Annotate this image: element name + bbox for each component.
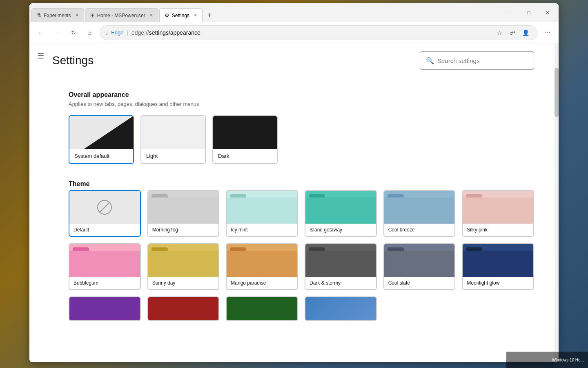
theme-icy-mint[interactable]: Icy mint — [226, 190, 298, 237]
dark-label: Dark — [213, 149, 277, 163]
theme-silky-pink-label: Silky pink — [463, 224, 533, 236]
theme-purple[interactable] — [69, 296, 141, 321]
theme-bubblegum-label: Bubblegum — [69, 277, 140, 289]
appearance-light[interactable]: Light — [140, 115, 206, 164]
tab-close-settings[interactable]: ✕ — [194, 13, 197, 18]
light-visual — [141, 116, 205, 149]
appearance-system-default[interactable]: System default — [69, 115, 134, 164]
tab-experiments[interactable]: ⚗ Experiments ✕ — [31, 8, 84, 22]
theme-cool-breeze-preview — [384, 191, 455, 224]
url-protocol: edge:// — [131, 29, 149, 36]
home-button[interactable]: ⌂ — [83, 26, 96, 39]
settings-tab-icon: ⚙ — [165, 12, 169, 18]
theme-mango-paradise-preview — [227, 244, 297, 277]
forward-button[interactable]: → — [51, 26, 64, 39]
theme-sunny-day-preview — [148, 244, 219, 277]
address-bar: ← → ↻ ⌂  Edge | edge://settings/appeara… — [29, 22, 559, 43]
theme-silky-pink-preview — [463, 191, 533, 224]
theme-morning-fog-preview — [148, 191, 219, 224]
settings-content: Settings 🔍 Overall appearance Applies to… — [52, 43, 559, 362]
menu-icon[interactable]: ☰ — [36, 50, 46, 62]
profile-icon[interactable]: 👤 — [520, 27, 531, 38]
favorites-icon[interactable]: ☆ — [494, 27, 505, 38]
theme-sunny-day[interactable]: Sunny day — [147, 243, 220, 290]
search-settings-input[interactable] — [437, 57, 528, 64]
theme-moonlight-glow-label: Moonlight glow — [463, 277, 533, 289]
theme-bubblegum-preview — [69, 244, 140, 277]
scrollbar-thumb[interactable] — [555, 68, 559, 117]
address-text: edge://settings/appearance — [131, 29, 490, 36]
theme-island-getaway[interactable]: Island getaway — [305, 190, 377, 237]
window-controls: — □ ✕ — [501, 3, 559, 22]
settings-header: Settings 🔍 — [52, 43, 559, 78]
url-path: settings/appearance — [149, 29, 200, 36]
theme-moonlight-glow-preview — [463, 244, 533, 277]
overall-appearance-title: Overall appearance — [69, 91, 534, 99]
taskbar-corner: Windows 10 Ho... — [506, 352, 588, 368]
more-options-button[interactable]: ··· — [541, 26, 554, 39]
new-tab-button[interactable]: + — [203, 9, 216, 21]
theme-cool-breeze[interactable]: Cool breeze — [383, 190, 456, 237]
light-preview — [141, 116, 205, 149]
title-bar: ⚗ Experiments ✕ ⊞ Home - MSPoweruser ✕ ⚙… — [29, 3, 559, 22]
back-button[interactable]: ← — [34, 26, 47, 39]
theme-bubblegum[interactable]: Bubblegum — [69, 243, 141, 290]
windows-label: Windows 10 Ho... — [552, 358, 584, 362]
theme-island-getaway-label: Island getaway — [305, 224, 376, 236]
theme-moonlight-glow[interactable]: Moonlight glow — [462, 243, 534, 290]
browser-content: ☰ Settings 🔍 Overall appearance Applies … — [29, 43, 559, 362]
overall-appearance-section: Overall appearance Applies to new tabs, … — [69, 91, 534, 164]
content-area: Overall appearance Applies to new tabs, … — [52, 78, 559, 334]
theme-photo[interactable] — [305, 296, 377, 321]
minimize-button[interactable]: — — [501, 6, 519, 19]
theme-section-title: Theme — [69, 180, 534, 188]
browser-window: ⚗ Experiments ✕ ⊞ Home - MSPoweruser ✕ ⚙… — [29, 3, 559, 362]
browser-name: Edge — [111, 29, 123, 36]
tab-settings[interactable]: ⚙ Settings ✕ — [159, 8, 203, 22]
search-settings-wrap[interactable]: 🔍 — [420, 52, 534, 70]
theme-icy-mint-preview — [227, 191, 297, 224]
system-default-visual — [69, 116, 133, 149]
theme-dark-stormy-preview — [305, 244, 376, 277]
theme-morning-fog[interactable]: Morning fog — [147, 190, 220, 237]
system-default-preview — [69, 116, 133, 149]
light-label: Light — [141, 149, 205, 163]
theme-cool-slate-label: Cool slate — [384, 277, 455, 289]
theme-green[interactable] — [226, 296, 298, 321]
collections-icon[interactable]: ☍ — [507, 27, 518, 38]
system-default-label: System default — [69, 149, 133, 163]
theme-default[interactable]: Default — [69, 190, 141, 237]
tab-close-home[interactable]: ✕ — [149, 13, 153, 18]
theme-default-preview — [69, 191, 140, 224]
theme-mango-paradise[interactable]: Mango paradise — [226, 243, 298, 290]
maximize-button[interactable]: □ — [519, 6, 538, 19]
sidebar-toggle: ☰ — [29, 43, 52, 362]
address-bar-input-wrap[interactable]:  Edge | edge://settings/appearance ☆ ☍ … — [100, 25, 537, 40]
dark-visual — [213, 116, 277, 149]
theme-icy-mint-label: Icy mint — [227, 224, 297, 236]
theme-silky-pink[interactable]: Silky pink — [462, 190, 534, 237]
experiments-tab-icon: ⚗ — [36, 12, 41, 18]
theme-cool-slate[interactable]: Cool slate — [383, 243, 456, 290]
theme-red[interactable] — [147, 296, 220, 321]
tab-home[interactable]: ⊞ Home - MSPoweruser ✕ — [85, 8, 158, 22]
scrollbar-track[interactable] — [555, 43, 559, 362]
home-tab-icon: ⊞ — [90, 12, 95, 18]
theme-cool-slate-preview — [384, 244, 455, 277]
appearance-cards: System default Light — [69, 115, 534, 164]
theme-grid: Default Morning fog — [69, 190, 534, 290]
close-button[interactable]: ✕ — [538, 6, 557, 19]
appearance-dark[interactable]: Dark — [212, 115, 278, 164]
overall-appearance-subtitle: Applies to new tabs, pages, dialogues an… — [69, 101, 534, 107]
tab-close-experiments[interactable]: ✕ — [75, 13, 79, 18]
theme-default-label: Default — [69, 224, 140, 236]
theme-dark-stormy[interactable]: Dark & stormy — [305, 243, 377, 290]
no-theme-icon — [97, 200, 112, 215]
dark-preview — [213, 116, 277, 149]
reload-button[interactable]: ↻ — [67, 26, 80, 39]
theme-section: Theme Default — [69, 180, 534, 321]
theme-mango-paradise-label: Mango paradise — [227, 277, 297, 289]
search-icon: 🔍 — [426, 57, 434, 65]
theme-morning-fog-label: Morning fog — [148, 224, 219, 236]
tabs-area: ⚗ Experiments ✕ ⊞ Home - MSPoweruser ✕ ⚙… — [29, 3, 501, 22]
